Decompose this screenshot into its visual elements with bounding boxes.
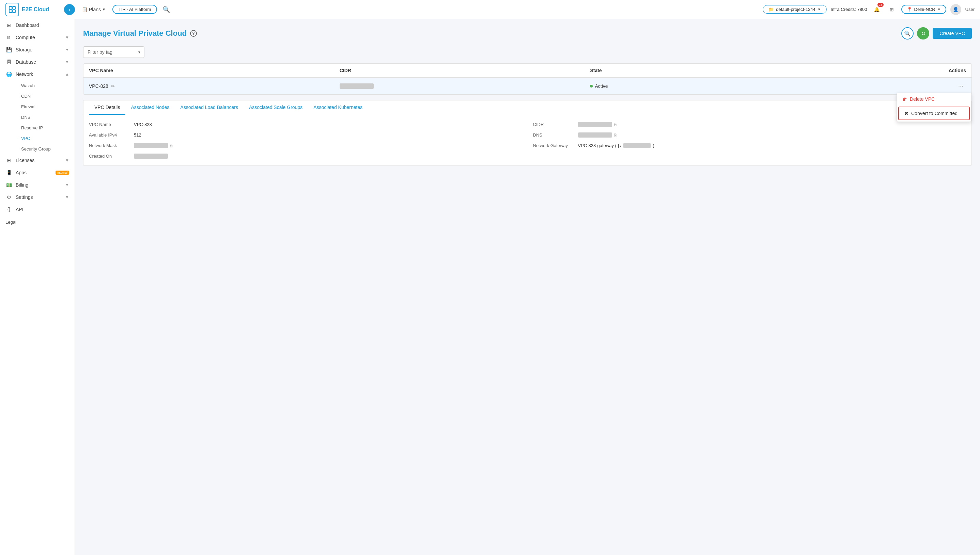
sidebar-item-billing[interactable]: 💵 Billing ▼ (0, 179, 75, 191)
api-icon: {} (5, 207, 12, 212)
detail-grid: VPC Name VPC-828 CIDR •••••••••••• ⎘ Ava… (89, 122, 966, 159)
svg-rect-2 (9, 10, 12, 13)
tabs-container: VPC Details Associated Nodes Associated … (83, 100, 972, 166)
search-icon[interactable]: 🔍 (161, 5, 171, 14)
sidebar-item-settings[interactable]: ⚙ Settings ▼ (0, 191, 75, 203)
vpc-name-detail-value: VPC-828 (134, 122, 152, 127)
vpc-table: VPC Name CIDR State Actions VPC-828 ✏ ••… (83, 63, 972, 95)
billing-icon: 💵 (5, 182, 12, 188)
database-chevron-icon: ▼ (65, 59, 69, 64)
sidebar-item-network[interactable]: 🌐 Network ▲ (0, 68, 75, 80)
search-button[interactable]: 🔍 (901, 27, 914, 40)
billing-chevron-icon: ▼ (65, 183, 69, 187)
plans-icon: 📋 (82, 7, 88, 12)
tab-associated-load-balancers[interactable]: Associated Load Balancers (175, 101, 244, 115)
sidebar-item-wazuh[interactable]: Wazuh (16, 80, 75, 91)
layout: ⊞ Dashboard 🖥 Compute ▼ 💾 Storage ▼ 🗄 Da… (0, 19, 980, 555)
licenses-icon: ⊞ (5, 158, 12, 163)
notifications-button[interactable]: 🔔 23 (871, 4, 882, 15)
sidebar-item-database[interactable]: 🗄 Database ▼ (0, 56, 75, 68)
sidebar-item-firewall[interactable]: Firewall (16, 101, 75, 112)
tabs-header: VPC Details Associated Nodes Associated … (84, 101, 972, 115)
sidebar-item-vpc[interactable]: VPC (16, 133, 75, 144)
detail-row-cidr: CIDR •••••••••••• ⎘ (533, 122, 966, 127)
notification-badge: 23 (877, 3, 884, 7)
logo-icon (5, 3, 19, 16)
sidebar-item-apps[interactable]: 📱 Apps Internal (0, 167, 75, 179)
sidebar-item-reserve-ip[interactable]: Reserve IP (16, 123, 75, 133)
edit-vpc-icon[interactable]: ✏ (111, 83, 115, 89)
vpc-details-content: VPC Name VPC-828 CIDR •••••••••••• ⎘ Ava… (84, 115, 972, 165)
page-title-area: Manage Virtual Private Cloud ? (83, 29, 197, 38)
sidebar: ⊞ Dashboard 🖥 Compute ▼ 💾 Storage ▼ 🗄 Da… (0, 19, 75, 555)
sidebar-item-cdn[interactable]: CDN (16, 91, 75, 101)
settings-icon: ⚙ (5, 194, 12, 200)
cidr-detail-value: •••••••••••• ⎘ (578, 122, 617, 127)
tab-associated-kubernetes[interactable]: Associated Kubernetes (308, 101, 368, 115)
detail-row-gateway: Network Gateway VPC-828-gateway ([] / ••… (533, 143, 966, 148)
tab-associated-scale-groups[interactable]: Associated Scale Groups (244, 101, 308, 115)
active-status-dot (590, 85, 593, 88)
compute-icon: 🖥 (5, 35, 12, 40)
page-actions: 🔍 ↻ Create VPC (901, 27, 972, 40)
dns-detail-value: •••••••••••• ⎘ (578, 132, 617, 138)
network-icon: 🌐 (5, 72, 12, 77)
licenses-chevron-icon: ▼ (65, 158, 69, 163)
help-icon[interactable]: ? (190, 30, 197, 37)
back-button[interactable]: ‹ (64, 4, 75, 15)
refresh-button[interactable]: ↻ (917, 27, 929, 40)
main-content: Manage Virtual Private Cloud ? 🔍 ↻ Creat… (75, 19, 980, 555)
vpc-name-cell: VPC-828 ✏ (89, 83, 340, 89)
folder-icon: 📁 (768, 7, 774, 12)
more-actions-button[interactable]: ··· (956, 82, 966, 90)
plans-chevron-icon: ▼ (102, 8, 106, 11)
infra-credits: Infra Credits: 7800 (831, 7, 867, 12)
region-selector[interactable]: 📍 Delhi-NCR ▼ (901, 5, 946, 14)
sidebar-item-dashboard[interactable]: ⊞ Dashboard (0, 19, 75, 31)
cidr-copy-icon[interactable]: ⎘ (614, 122, 617, 127)
col-actions: Actions (841, 68, 966, 73)
network-mask-label: Network Mask (89, 143, 130, 148)
sidebar-item-security-group[interactable]: Security Group (16, 144, 75, 154)
apps-icon: 📱 (5, 170, 12, 175)
detail-row-created-on: Created On ••••••••••••• (89, 154, 522, 159)
col-cidr: CIDR (340, 68, 590, 73)
col-vpc-name: VPC Name (89, 68, 340, 73)
storage-icon: 💾 (5, 47, 12, 53)
network-gateway-label: Network Gateway (533, 143, 574, 148)
dashboard-icon: ⊞ (5, 22, 12, 28)
tab-vpc-details[interactable]: VPC Details (89, 101, 125, 115)
col-state: State (590, 68, 841, 73)
table-row: VPC-828 ✏ •••••••••••• Active ··· 🗑 (84, 78, 972, 94)
logo-area: E2E Cloud (5, 3, 60, 16)
page-title-text: Manage Virtual Private Cloud (83, 29, 187, 38)
tab-associated-nodes[interactable]: Associated Nodes (125, 101, 175, 115)
convert-to-committed-item[interactable]: ✖ Convert to Committed (898, 107, 970, 120)
sidebar-item-compute[interactable]: 🖥 Compute ▼ (0, 31, 75, 43)
sidebar-item-dns[interactable]: DNS (16, 112, 75, 123)
svg-rect-3 (13, 10, 15, 13)
compute-chevron-icon: ▼ (65, 35, 69, 40)
filter-row: Filter by tag (83, 46, 972, 58)
delete-vpc-item[interactable]: 🗑 Delete VPC (897, 93, 971, 105)
database-icon: 🗄 (5, 59, 12, 65)
sidebar-item-licenses[interactable]: ⊞ Licenses ▼ (0, 154, 75, 167)
sidebar-item-storage[interactable]: 💾 Storage ▼ (0, 43, 75, 56)
filter-wrap: Filter by tag (83, 46, 145, 58)
dns-copy-icon[interactable]: ⎘ (614, 133, 617, 138)
plans-button[interactable]: 📋 Plans ▼ (79, 5, 108, 14)
detail-row-network-mask: Network Mask •••••••••••• ⎘ (89, 143, 522, 148)
sidebar-item-legal[interactable]: Legal (0, 217, 75, 228)
project-chevron-icon: ▼ (818, 8, 821, 11)
user-avatar[interactable]: 👤 (950, 4, 961, 15)
create-vpc-button[interactable]: Create VPC (933, 28, 972, 39)
delete-icon: 🗑 (902, 96, 907, 102)
mask-copy-icon[interactable]: ⎘ (170, 143, 172, 148)
tir-button[interactable]: TIR · AI Platform (112, 5, 157, 14)
project-selector[interactable]: 📁 default-project-1344 ▼ (763, 5, 827, 14)
filter-by-tag[interactable]: Filter by tag (83, 46, 145, 58)
detail-row-dns: DNS •••••••••••• ⎘ (533, 132, 966, 138)
apps-grid-button[interactable]: ⊞ (886, 4, 897, 15)
user-name: User (966, 7, 975, 12)
sidebar-item-api[interactable]: {} API (0, 203, 75, 215)
